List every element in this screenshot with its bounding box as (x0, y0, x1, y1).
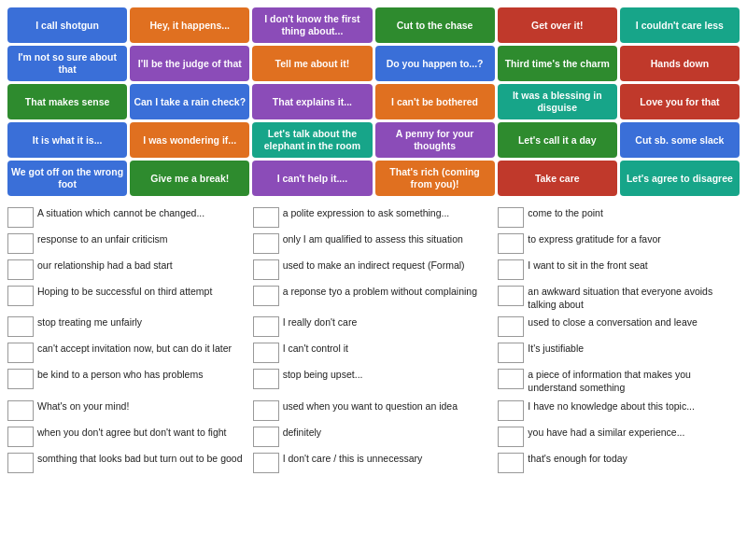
phrase-button[interactable]: Give me a break! (130, 161, 249, 196)
match-input-box[interactable] (253, 369, 279, 389)
match-cell: a polite expression to ask something... (253, 207, 495, 228)
match-cell: stop treating me unfairly (7, 316, 249, 337)
match-input-box[interactable] (498, 453, 524, 473)
phrase-button[interactable]: I can't help it.... (252, 161, 372, 196)
match-cell: that's enough for today (498, 453, 740, 473)
match-cell: I don't care / this is unnecessary (253, 453, 495, 473)
match-definition: our relationship had a bad start (37, 259, 173, 273)
match-input-box[interactable] (253, 233, 279, 254)
phrase-button[interactable]: I was wondering if... (130, 122, 249, 158)
match-definition: only I am qualified to assess this situa… (283, 233, 463, 246)
phrase-button[interactable]: I can't be bothered (375, 84, 495, 119)
matching-row: our relationship had a bad startused to … (7, 259, 740, 280)
match-input-box[interactable] (253, 316, 279, 337)
phrase-button[interactable]: Love you for that (620, 84, 740, 119)
match-input-box[interactable] (7, 207, 34, 228)
phrase-button[interactable]: Let's call it a day (498, 122, 617, 158)
phrase-button[interactable]: I couldn't care less (620, 7, 740, 43)
match-cell: definitely (253, 427, 495, 447)
match-definition: used to close a conversation and leave (528, 316, 698, 329)
match-input-box[interactable] (7, 343, 34, 363)
match-input-box[interactable] (7, 369, 34, 389)
match-definition: a polite expression to ask something... (283, 207, 450, 220)
phrase-button[interactable]: We got off on the wrong foot (7, 161, 127, 196)
match-input-box[interactable] (253, 207, 279, 228)
match-cell: a piece of information that makes you un… (498, 369, 740, 394)
match-input-box[interactable] (498, 259, 524, 280)
match-input-box[interactable] (253, 400, 279, 421)
phrase-button[interactable]: Hands down (620, 46, 740, 81)
phrase-button[interactable]: Can I take a rain check? (130, 84, 249, 119)
phrase-button[interactable]: I'll be the judge of that (130, 46, 249, 81)
match-definition: It's justifiable (528, 343, 584, 356)
phrase-button[interactable]: I call shotgun (7, 7, 127, 43)
match-cell: Hoping to be successful on third attempt (7, 286, 249, 306)
phrase-button[interactable]: Cut to the chase (375, 7, 495, 43)
matching-row: A situation which cannot be changed...a … (7, 207, 740, 228)
match-cell: an awkward situation that everyone avoid… (498, 286, 740, 311)
phrase-button[interactable]: That's rich (coming from you)! (375, 161, 495, 196)
phrase-button[interactable]: That explains it... (252, 84, 372, 119)
match-definition: I don't care / this is unnecessary (283, 453, 423, 466)
match-input-box[interactable] (7, 316, 34, 337)
match-input-box[interactable] (253, 453, 279, 473)
phrase-button[interactable]: I'm not so sure about that (7, 46, 127, 81)
match-cell: somthing that looks bad but turn out to … (7, 453, 249, 473)
match-definition: definitely (283, 427, 321, 440)
match-input-box[interactable] (253, 259, 279, 280)
match-definition: can't accept invitation now, but can do … (37, 343, 232, 356)
phrase-button[interactable]: Cut sb. some slack (620, 122, 740, 158)
phrase-button[interactable]: Tell me about it! (252, 46, 372, 81)
match-input-box[interactable] (7, 233, 34, 254)
match-input-box[interactable] (498, 286, 524, 306)
match-definition: to express gratitude for a favor (528, 233, 660, 246)
matching-row: What's on your mind!used when you want t… (7, 400, 740, 421)
phrase-button[interactable]: Get over it! (498, 7, 617, 43)
phrase-button[interactable]: I don't know the first thing about... (252, 7, 372, 43)
match-cell: I have no knowledge about this topic... (498, 400, 740, 421)
match-definition: be kind to a person who has problems (37, 369, 203, 382)
match-definition: I want to sit in the front seat (528, 259, 647, 273)
match-input-box[interactable] (498, 369, 524, 389)
match-cell: come to the point (498, 207, 740, 228)
match-cell: It's justifiable (498, 343, 740, 363)
phrase-button[interactable]: Let's agree to disagree (620, 161, 740, 196)
phrase-button[interactable]: Hey, it happens... (130, 7, 249, 43)
match-definition: come to the point (528, 207, 603, 220)
match-definition: used when you want to question an idea (283, 400, 458, 413)
phrase-button[interactable]: Take care (498, 161, 617, 196)
match-input-box[interactable] (498, 207, 524, 228)
match-cell: What's on your mind! (7, 400, 249, 421)
match-input-box[interactable] (498, 343, 524, 363)
match-cell: our relationship had a bad start (7, 259, 249, 280)
match-definition: stop treating me unfairly (37, 316, 142, 329)
main-container: I call shotgunHey, it happens...I don't … (0, 0, 747, 486)
match-definition: Hoping to be successful on third attempt (37, 286, 212, 299)
match-input-box[interactable] (498, 233, 524, 254)
match-input-box[interactable] (498, 400, 524, 421)
match-cell: used when you want to question an idea (253, 400, 495, 421)
phrase-button[interactable]: Third time's the charm (498, 46, 617, 81)
match-input-box[interactable] (253, 343, 279, 363)
match-input-box[interactable] (253, 427, 279, 447)
match-input-box[interactable] (7, 453, 34, 473)
match-input-box[interactable] (498, 316, 524, 337)
phrase-button[interactable]: Let's talk about the elephant in the roo… (252, 122, 372, 158)
match-cell: be kind to a person who has problems (7, 369, 249, 389)
match-input-box[interactable] (7, 259, 34, 280)
phrase-button[interactable]: It was a blessing in disguise (498, 84, 617, 119)
match-input-box[interactable] (7, 427, 34, 447)
matching-row: Hoping to be successful on third attempt… (7, 286, 740, 311)
match-definition: used to make an indirect request (Formal… (283, 259, 465, 273)
phrase-button[interactable]: It is what it is... (7, 122, 127, 158)
phrase-button[interactable]: Do you happen to...? (375, 46, 495, 81)
match-input-box[interactable] (253, 286, 279, 306)
phrase-button[interactable]: That makes sense (7, 84, 127, 119)
match-input-box[interactable] (498, 427, 524, 447)
match-cell: a reponse tyo a problem without complain… (253, 286, 495, 306)
phrase-button[interactable]: A penny for your thoughts (375, 122, 495, 158)
match-input-box[interactable] (7, 400, 34, 421)
match-definition: a reponse tyo a problem without complain… (283, 286, 477, 299)
match-input-box[interactable] (7, 286, 34, 306)
match-definition: response to an unfair criticism (37, 233, 167, 246)
